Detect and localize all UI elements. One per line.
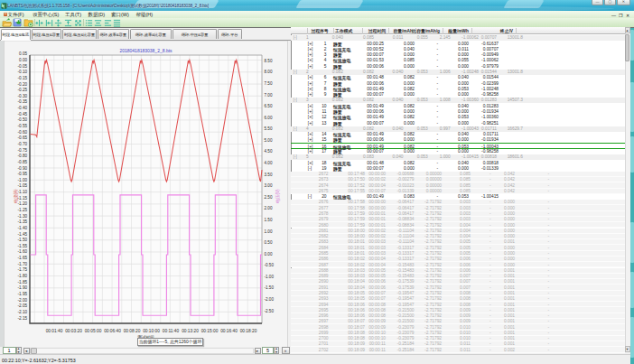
svg-text:-1.15: -1.15 (18, 196, 28, 201)
svg-text:-1.05: -1.05 (18, 183, 28, 188)
svg-text:-1.40: -1.40 (18, 226, 28, 230)
svg-text:-1.30: -1.30 (18, 214, 28, 219)
svg-text:0.00: 0.00 (19, 58, 27, 62)
svg-text:00:10:00: 00:10:00 (143, 329, 160, 333)
svg-text:8.50: 8.50 (265, 59, 273, 63)
svg-text:-0.60: -0.60 (18, 130, 28, 135)
svg-text:-0.55: -0.55 (18, 124, 28, 128)
svg-text:-1.50: -1.50 (265, 285, 275, 290)
svg-text:20180418183038_2_8.bts: 20180418183038_2_8.bts (119, 48, 172, 53)
svg-text:-2.15: -2.15 (18, 316, 28, 321)
svg-text:-0.35: -0.35 (18, 99, 28, 104)
svg-text:00:11:40: 00:11:40 (163, 329, 180, 333)
svg-text:-1.60: -1.60 (18, 249, 28, 254)
svg-text:-1.35: -1.35 (18, 219, 28, 224)
svg-text:-1.80: -1.80 (18, 274, 28, 278)
svg-text:00:08:20: 00:08:20 (124, 329, 141, 333)
svg-text:7.50: 7.50 (265, 81, 273, 86)
svg-text:6.50: 6.50 (265, 104, 273, 108)
svg-text:-0.75: -0.75 (18, 148, 28, 153)
svg-text:00:03:20: 00:03:20 (65, 329, 82, 333)
svg-text:0.05: 0.05 (19, 51, 27, 56)
svg-text:0.00: 0.00 (265, 252, 273, 257)
svg-text:-2.05: -2.05 (18, 303, 28, 308)
svg-text:0.50: 0.50 (265, 240, 273, 245)
svg-text:2.50: 2.50 (265, 195, 273, 200)
svg-text:8.00: 8.00 (265, 70, 273, 74)
svg-text:-1.65: -1.65 (18, 256, 28, 260)
svg-text:00:18:20: 00:18:20 (240, 329, 257, 333)
svg-text:-1.25: -1.25 (18, 208, 28, 212)
svg-text:00:16:40: 00:16:40 (220, 329, 238, 333)
svg-text:-0.80: -0.80 (18, 154, 28, 158)
svg-text:-1.45: -1.45 (18, 232, 28, 237)
svg-text:-1.70: -1.70 (18, 262, 28, 266)
svg-text:1.00: 1.00 (265, 229, 273, 234)
svg-text:-1.55: -1.55 (18, 244, 28, 248)
svg-text:-0.20: -0.20 (18, 82, 28, 87)
svg-text:3.00: 3.00 (265, 183, 273, 188)
svg-text:-0.50: -0.50 (18, 117, 28, 122)
svg-text:-2.10: -2.10 (18, 310, 28, 314)
svg-text:-1.00: -1.00 (18, 178, 28, 182)
svg-text:-0.15: -0.15 (18, 76, 28, 80)
svg-text:-0.50: -0.50 (265, 263, 275, 267)
svg-text:3.50: 3.50 (265, 173, 273, 177)
svg-text:-0.30: -0.30 (18, 94, 28, 98)
svg-text:-2.00: -2.00 (265, 297, 275, 302)
svg-text:5.00: 5.00 (265, 138, 273, 143)
svg-text:-1.10: -1.10 (18, 190, 28, 194)
svg-text:-0.90: -0.90 (18, 166, 28, 171)
svg-text:-0.95: -0.95 (18, 172, 28, 176)
svg-text:-1.75: -1.75 (18, 267, 28, 272)
svg-text:-0.70: -0.70 (18, 142, 28, 146)
svg-text:-1.90: -1.90 (18, 285, 28, 290)
svg-text:-2.00: -2.00 (18, 298, 28, 303)
svg-text:00:13:20: 00:13:20 (182, 329, 199, 333)
svg-text:6.00: 6.00 (265, 116, 273, 120)
svg-text:4.00: 4.00 (265, 161, 273, 165)
svg-text:-0.45: -0.45 (18, 112, 28, 117)
svg-text:1.50: 1.50 (265, 218, 273, 222)
svg-text:00:15:00: 00:15:00 (201, 329, 219, 333)
svg-text:-0.40: -0.40 (18, 106, 28, 110)
svg-text:00:01:40: 00:01:40 (46, 329, 63, 333)
svg-text:-0.05: -0.05 (18, 64, 28, 69)
svg-text:2.00: 2.00 (265, 206, 273, 210)
svg-text:-0.65: -0.65 (18, 135, 28, 140)
svg-text:-1.20: -1.20 (18, 201, 28, 206)
svg-text:-1.95: -1.95 (18, 292, 28, 296)
svg-text:5.50: 5.50 (265, 126, 273, 131)
svg-text:7.00: 7.00 (265, 93, 273, 98)
svg-text:-1.00: -1.00 (265, 275, 275, 279)
svg-text:-1.85: -1.85 (18, 280, 28, 285)
svg-text:-2.50: -2.50 (265, 309, 275, 313)
svg-text:-0.10: -0.10 (18, 70, 28, 74)
svg-text:-1.50: -1.50 (18, 238, 28, 242)
svg-text:00:06:40: 00:06:40 (104, 329, 121, 333)
svg-text:00:05:00: 00:05:00 (85, 329, 102, 333)
svg-text:4.50: 4.50 (265, 149, 273, 154)
svg-text:-0.85: -0.85 (18, 160, 28, 164)
svg-text:-0.25: -0.25 (18, 88, 28, 92)
svg-text:电压(V): 电压(V) (275, 189, 280, 203)
